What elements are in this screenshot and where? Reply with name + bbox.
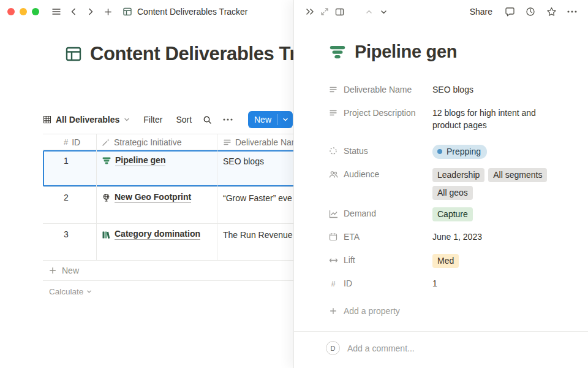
- cell-initiative[interactable]: Category domination: [97, 224, 217, 260]
- calculate-button[interactable]: Calculate: [43, 281, 293, 302]
- property-label[interactable]: Lift: [328, 253, 432, 267]
- sort-button[interactable]: Sort: [176, 115, 192, 125]
- status-loader-icon: [328, 147, 338, 155]
- property-audience: Audience Leadership All segments All geo…: [328, 167, 573, 206]
- new-button-label[interactable]: New: [248, 111, 277, 128]
- new-button-chevron-icon[interactable]: [278, 111, 293, 128]
- funnel-chart-icon: [102, 156, 111, 166]
- property-value[interactable]: June 1, 2023: [432, 229, 558, 243]
- property-label[interactable]: Deliverable Name: [328, 82, 432, 97]
- plus-icon: [328, 307, 338, 315]
- cell-id[interactable]: 2: [43, 187, 97, 223]
- close-peek-double-chevron-icon[interactable]: [303, 4, 317, 19]
- line-chart-icon: [328, 209, 338, 218]
- property-value[interactable]: Leadership All segments All geos: [432, 167, 558, 200]
- expand-page-icon[interactable]: [317, 4, 332, 19]
- new-row-button[interactable]: New: [43, 261, 293, 281]
- column-header-id[interactable]: # ID: [43, 134, 97, 150]
- property-label[interactable]: Status: [328, 144, 432, 158]
- view-name-label: All Deliverables: [56, 115, 119, 125]
- comment-divider: [294, 331, 588, 332]
- tab-title-text: Content Deliverables Tracker: [137, 7, 248, 17]
- deliverables-table: # ID Strategic Initiative Deliverable Na…: [43, 134, 293, 302]
- cell-initiative[interactable]: Pipeline gen: [97, 150, 217, 186]
- cell-id[interactable]: 3: [43, 224, 97, 260]
- cell-deliverable[interactable]: The Run Revenue S: [217, 224, 293, 260]
- property-value[interactable]: 1: [432, 276, 558, 289]
- peek-page-title-text[interactable]: Pipeline gen: [355, 42, 457, 62]
- comment-composer[interactable]: D Add a comment...: [326, 341, 415, 355]
- cell-deliverable[interactable]: “Grow Faster” eve: [217, 187, 293, 223]
- funnel-chart-icon[interactable]: [328, 43, 347, 61]
- property-value[interactable]: Prepping: [432, 144, 558, 159]
- table-row-2[interactable]: 2 New Geo Footprint “Grow Faster” eve: [43, 187, 293, 224]
- audience-tag[interactable]: All segments: [488, 168, 547, 182]
- column-header-deliverable[interactable]: Deliverable Name: [217, 134, 293, 150]
- page-link-pipeline-gen[interactable]: Pipeline gen: [102, 155, 165, 166]
- window-toolbar: Content Deliverables Tracker: [0, 0, 293, 23]
- favorite-star-icon[interactable]: [544, 4, 559, 19]
- property-label[interactable]: Audience: [328, 167, 432, 182]
- comments-icon[interactable]: [502, 4, 517, 19]
- page-link-new-geo-footprint[interactable]: New Geo Footprint: [102, 192, 191, 203]
- updates-clock-icon[interactable]: [523, 4, 538, 19]
- status-pill[interactable]: Prepping: [432, 145, 487, 159]
- demand-tag[interactable]: Capture: [432, 207, 473, 221]
- more-options-ellipsis-icon[interactable]: [565, 4, 579, 19]
- chevron-down-icon: [124, 117, 130, 123]
- peek-page-title: Pipeline gen: [328, 42, 457, 62]
- table-header-row: # ID Strategic Initiative Deliverable Na…: [43, 134, 293, 150]
- audience-tag[interactable]: Leadership: [432, 168, 484, 182]
- new-tab-icon[interactable]: [100, 4, 115, 19]
- zoom-window-button[interactable]: [32, 8, 39, 15]
- left-right-arrows-icon: [328, 256, 338, 265]
- view-options-ellipsis-icon[interactable]: [223, 118, 233, 121]
- cell-deliverable[interactable]: SEO blogs: [217, 150, 293, 186]
- table-view-icon: [43, 115, 51, 124]
- property-value[interactable]: Capture: [432, 206, 558, 221]
- audience-tag[interactable]: All geos: [432, 186, 473, 200]
- filter-button[interactable]: Filter: [143, 115, 162, 125]
- chevron-down-icon: [86, 289, 92, 294]
- property-value[interactable]: SEO blogs: [432, 82, 558, 96]
- property-project-description: Project Description 12 blogs for high in…: [328, 105, 573, 144]
- table-row-1[interactable]: 1 Pipeline gen SEO blogs: [43, 150, 293, 187]
- cell-initiative[interactable]: New Geo Footprint: [97, 187, 217, 223]
- hash-icon: #: [328, 279, 338, 288]
- forward-icon[interactable]: [83, 4, 98, 19]
- page-title-text[interactable]: Content Deliverables Tracker: [90, 43, 293, 65]
- breadcrumb[interactable]: Content Deliverables Tracker: [123, 7, 248, 17]
- database-table-icon[interactable]: [65, 45, 82, 63]
- text-icon: [223, 138, 232, 147]
- view-tab-all-deliverables[interactable]: All Deliverables: [43, 115, 130, 125]
- text-icon: [328, 85, 338, 94]
- share-button[interactable]: Share: [466, 7, 496, 17]
- property-id: # ID 1: [328, 276, 573, 299]
- minimize-window-button[interactable]: [20, 8, 27, 15]
- property-label[interactable]: ETA: [328, 229, 432, 244]
- plus-icon: [48, 266, 57, 275]
- property-demand: Demand Capture: [328, 206, 573, 229]
- next-record-chevron-down-icon[interactable]: [376, 4, 391, 19]
- property-value[interactable]: Med: [432, 253, 558, 268]
- back-icon[interactable]: [66, 4, 81, 19]
- page-link-category-domination[interactable]: Category domination: [102, 229, 200, 240]
- cell-id[interactable]: 1: [43, 150, 97, 186]
- lift-tag[interactable]: Med: [432, 254, 459, 268]
- table-row-3[interactable]: 3 Category domination The Run Revenue S: [43, 224, 293, 261]
- search-icon[interactable]: [203, 115, 212, 125]
- open-in-side-panel-icon[interactable]: [332, 4, 347, 19]
- property-value[interactable]: 12 blogs for high intent and product pag…: [432, 105, 558, 131]
- property-list: Deliverable Name SEO blogs Project Descr…: [328, 82, 573, 323]
- page-table-icon: [123, 7, 132, 17]
- comment-placeholder[interactable]: Add a comment...: [347, 343, 415, 353]
- property-label[interactable]: # ID: [328, 276, 432, 291]
- close-window-button[interactable]: [7, 8, 15, 15]
- property-label[interactable]: Project Description: [328, 105, 432, 120]
- previous-record-chevron-up-icon[interactable]: [361, 4, 376, 19]
- sidebar-menu-icon[interactable]: [49, 4, 64, 19]
- property-label[interactable]: Demand: [328, 206, 432, 221]
- add-property-button[interactable]: Add a property: [328, 299, 573, 323]
- column-header-initiative[interactable]: Strategic Initiative: [97, 134, 217, 150]
- new-record-button[interactable]: New: [248, 111, 293, 128]
